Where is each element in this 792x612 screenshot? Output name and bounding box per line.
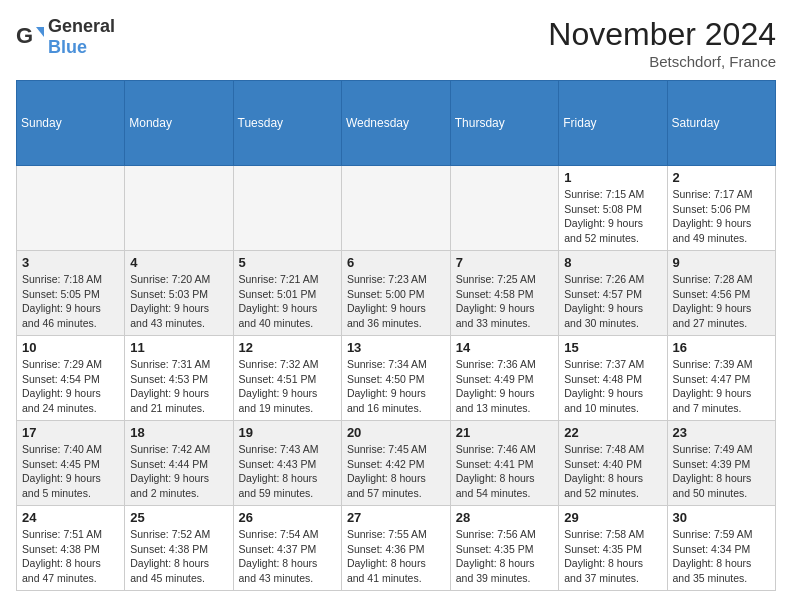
day-info: Sunrise: 7:25 AM Sunset: 4:58 PM Dayligh… [456, 272, 553, 331]
day-number: 23 [673, 425, 770, 440]
page-header: G General Blue November 2024 Betschdorf,… [16, 16, 776, 70]
day-number: 12 [239, 340, 336, 355]
header-saturday: Saturday [667, 81, 775, 166]
logo-blue: Blue [48, 37, 87, 57]
calendar-table: Sunday Monday Tuesday Wednesday Thursday… [16, 80, 776, 591]
day-info: Sunrise: 7:31 AM Sunset: 4:53 PM Dayligh… [130, 357, 227, 416]
table-row [233, 166, 341, 251]
day-number: 29 [564, 510, 661, 525]
day-info: Sunrise: 7:42 AM Sunset: 4:44 PM Dayligh… [130, 442, 227, 501]
day-number: 14 [456, 340, 553, 355]
table-row: 6Sunrise: 7:23 AM Sunset: 5:00 PM Daylig… [341, 251, 450, 336]
month-title: November 2024 [548, 16, 776, 53]
table-row: 5Sunrise: 7:21 AM Sunset: 5:01 PM Daylig… [233, 251, 341, 336]
day-info: Sunrise: 7:34 AM Sunset: 4:50 PM Dayligh… [347, 357, 445, 416]
day-info: Sunrise: 7:52 AM Sunset: 4:38 PM Dayligh… [130, 527, 227, 586]
day-number: 19 [239, 425, 336, 440]
table-row: 21Sunrise: 7:46 AM Sunset: 4:41 PM Dayli… [450, 421, 558, 506]
day-number: 3 [22, 255, 119, 270]
table-row [17, 166, 125, 251]
day-number: 16 [673, 340, 770, 355]
day-info: Sunrise: 7:40 AM Sunset: 4:45 PM Dayligh… [22, 442, 119, 501]
day-info: Sunrise: 7:32 AM Sunset: 4:51 PM Dayligh… [239, 357, 336, 416]
day-number: 17 [22, 425, 119, 440]
svg-marker-1 [36, 27, 44, 37]
table-row: 7Sunrise: 7:25 AM Sunset: 4:58 PM Daylig… [450, 251, 558, 336]
table-row: 15Sunrise: 7:37 AM Sunset: 4:48 PM Dayli… [559, 336, 667, 421]
day-number: 25 [130, 510, 227, 525]
day-number: 24 [22, 510, 119, 525]
table-row: 14Sunrise: 7:36 AM Sunset: 4:49 PM Dayli… [450, 336, 558, 421]
day-info: Sunrise: 7:49 AM Sunset: 4:39 PM Dayligh… [673, 442, 770, 501]
logo: G General Blue [16, 16, 115, 58]
day-info: Sunrise: 7:55 AM Sunset: 4:36 PM Dayligh… [347, 527, 445, 586]
table-row: 9Sunrise: 7:28 AM Sunset: 4:56 PM Daylig… [667, 251, 775, 336]
day-number: 5 [239, 255, 336, 270]
table-row: 17Sunrise: 7:40 AM Sunset: 4:45 PM Dayli… [17, 421, 125, 506]
day-number: 4 [130, 255, 227, 270]
day-number: 2 [673, 170, 770, 185]
table-row: 3Sunrise: 7:18 AM Sunset: 5:05 PM Daylig… [17, 251, 125, 336]
table-row: 24Sunrise: 7:51 AM Sunset: 4:38 PM Dayli… [17, 506, 125, 591]
header-friday: Friday [559, 81, 667, 166]
day-number: 26 [239, 510, 336, 525]
table-row: 19Sunrise: 7:43 AM Sunset: 4:43 PM Dayli… [233, 421, 341, 506]
table-row: 18Sunrise: 7:42 AM Sunset: 4:44 PM Dayli… [125, 421, 233, 506]
table-row [125, 166, 233, 251]
day-info: Sunrise: 7:20 AM Sunset: 5:03 PM Dayligh… [130, 272, 227, 331]
day-number: 9 [673, 255, 770, 270]
day-info: Sunrise: 7:17 AM Sunset: 5:06 PM Dayligh… [673, 187, 770, 246]
table-row: 10Sunrise: 7:29 AM Sunset: 4:54 PM Dayli… [17, 336, 125, 421]
day-number: 28 [456, 510, 553, 525]
day-info: Sunrise: 7:39 AM Sunset: 4:47 PM Dayligh… [673, 357, 770, 416]
day-number: 30 [673, 510, 770, 525]
day-info: Sunrise: 7:15 AM Sunset: 5:08 PM Dayligh… [564, 187, 661, 246]
day-info: Sunrise: 7:18 AM Sunset: 5:05 PM Dayligh… [22, 272, 119, 331]
calendar-week-row: 24Sunrise: 7:51 AM Sunset: 4:38 PM Dayli… [17, 506, 776, 591]
weekday-header-row: Sunday Monday Tuesday Wednesday Thursday… [17, 81, 776, 166]
table-row: 13Sunrise: 7:34 AM Sunset: 4:50 PM Dayli… [341, 336, 450, 421]
table-row: 28Sunrise: 7:56 AM Sunset: 4:35 PM Dayli… [450, 506, 558, 591]
table-row: 29Sunrise: 7:58 AM Sunset: 4:35 PM Dayli… [559, 506, 667, 591]
day-info: Sunrise: 7:58 AM Sunset: 4:35 PM Dayligh… [564, 527, 661, 586]
day-info: Sunrise: 7:29 AM Sunset: 4:54 PM Dayligh… [22, 357, 119, 416]
day-number: 13 [347, 340, 445, 355]
day-info: Sunrise: 7:28 AM Sunset: 4:56 PM Dayligh… [673, 272, 770, 331]
svg-text:G: G [16, 23, 33, 48]
day-info: Sunrise: 7:59 AM Sunset: 4:34 PM Dayligh… [673, 527, 770, 586]
calendar-week-row: 10Sunrise: 7:29 AM Sunset: 4:54 PM Dayli… [17, 336, 776, 421]
day-number: 11 [130, 340, 227, 355]
day-info: Sunrise: 7:51 AM Sunset: 4:38 PM Dayligh… [22, 527, 119, 586]
table-row: 30Sunrise: 7:59 AM Sunset: 4:34 PM Dayli… [667, 506, 775, 591]
day-number: 10 [22, 340, 119, 355]
day-number: 22 [564, 425, 661, 440]
table-row: 27Sunrise: 7:55 AM Sunset: 4:36 PM Dayli… [341, 506, 450, 591]
table-row: 11Sunrise: 7:31 AM Sunset: 4:53 PM Dayli… [125, 336, 233, 421]
table-row: 4Sunrise: 7:20 AM Sunset: 5:03 PM Daylig… [125, 251, 233, 336]
title-block: November 2024 Betschdorf, France [548, 16, 776, 70]
header-wednesday: Wednesday [341, 81, 450, 166]
day-number: 8 [564, 255, 661, 270]
table-row: 26Sunrise: 7:54 AM Sunset: 4:37 PM Dayli… [233, 506, 341, 591]
location-title: Betschdorf, France [548, 53, 776, 70]
table-row: 2Sunrise: 7:17 AM Sunset: 5:06 PM Daylig… [667, 166, 775, 251]
day-info: Sunrise: 7:37 AM Sunset: 4:48 PM Dayligh… [564, 357, 661, 416]
day-info: Sunrise: 7:26 AM Sunset: 4:57 PM Dayligh… [564, 272, 661, 331]
header-sunday: Sunday [17, 81, 125, 166]
table-row: 25Sunrise: 7:52 AM Sunset: 4:38 PM Dayli… [125, 506, 233, 591]
day-number: 6 [347, 255, 445, 270]
day-number: 15 [564, 340, 661, 355]
calendar-week-row: 3Sunrise: 7:18 AM Sunset: 5:05 PM Daylig… [17, 251, 776, 336]
day-info: Sunrise: 7:36 AM Sunset: 4:49 PM Dayligh… [456, 357, 553, 416]
table-row: 23Sunrise: 7:49 AM Sunset: 4:39 PM Dayli… [667, 421, 775, 506]
table-row: 16Sunrise: 7:39 AM Sunset: 4:47 PM Dayli… [667, 336, 775, 421]
day-number: 21 [456, 425, 553, 440]
table-row: 12Sunrise: 7:32 AM Sunset: 4:51 PM Dayli… [233, 336, 341, 421]
logo-icon: G [16, 23, 44, 51]
calendar-week-row: 1Sunrise: 7:15 AM Sunset: 5:08 PM Daylig… [17, 166, 776, 251]
day-info: Sunrise: 7:46 AM Sunset: 4:41 PM Dayligh… [456, 442, 553, 501]
day-info: Sunrise: 7:54 AM Sunset: 4:37 PM Dayligh… [239, 527, 336, 586]
header-tuesday: Tuesday [233, 81, 341, 166]
day-info: Sunrise: 7:45 AM Sunset: 4:42 PM Dayligh… [347, 442, 445, 501]
table-row: 1Sunrise: 7:15 AM Sunset: 5:08 PM Daylig… [559, 166, 667, 251]
